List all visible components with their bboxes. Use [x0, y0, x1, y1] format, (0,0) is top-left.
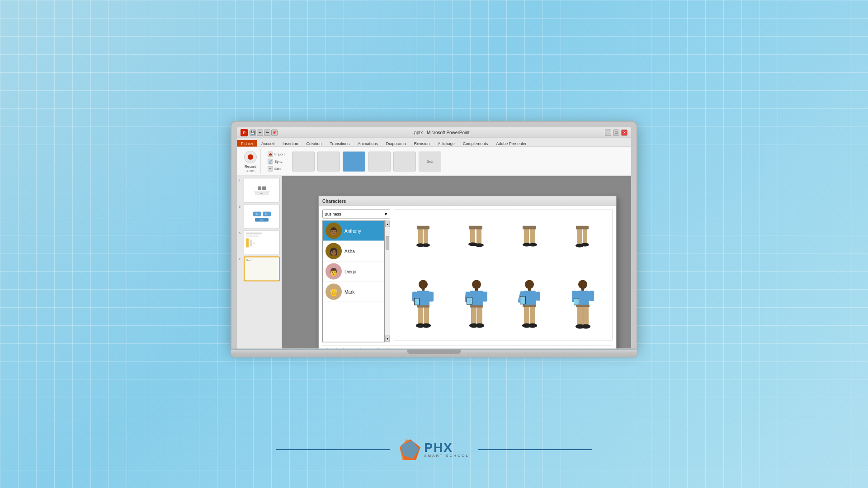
import-sync-edit-buttons: 📥 Import 🔄 Sync ✂ Edit: [266, 151, 286, 172]
char-pose-7[interactable]: [504, 276, 556, 337]
edit-label: Edit: [274, 167, 281, 171]
ribbon-group-audio: Record Audio: [241, 149, 261, 174]
import-icon: 📥: [268, 151, 273, 157]
svg-rect-50: [520, 297, 525, 304]
ribbon-placeholder-4: [368, 151, 391, 171]
link-templates[interactable]: Download more : eLearning Templates: [326, 347, 609, 349]
save-btn[interactable]: 💾: [250, 129, 256, 136]
char-item-asha[interactable]: 👩🏾 Asha: [323, 241, 384, 262]
char-avatar-mark: 👴: [326, 284, 342, 300]
sync-button[interactable]: 🔄 Sync: [266, 158, 286, 164]
char-pose-preview: [394, 210, 613, 341]
slide-preview-7[interactable]: Slide 7: [244, 257, 280, 282]
tab-transitions[interactable]: Transitions: [326, 140, 354, 147]
scrollbar-track: [385, 227, 390, 336]
tab-revision[interactable]: Révision: [410, 140, 434, 147]
record-button[interactable]: Record: [244, 150, 257, 168]
tab-affichage[interactable]: Affichage: [434, 140, 458, 147]
char-item-mark[interactable]: 👴 Mark: [323, 282, 384, 302]
phx-diamond-icon: [399, 438, 421, 461]
char-list: 👨🏾 Anthony 👩🏾: [322, 221, 385, 343]
close-btn[interactable]: ✕: [621, 129, 627, 136]
tab-insertion[interactable]: Insertion: [278, 140, 302, 147]
tab-creation[interactable]: Création: [302, 140, 326, 147]
pose-5-svg: [409, 279, 438, 333]
slide-thumb-6[interactable]: 6 ◆: [239, 230, 280, 255]
svg-rect-11: [530, 228, 535, 244]
title-bar: P 💾 ↩ ↪ 📌 .pptx - Microsoft PowerPoint —…: [237, 127, 631, 138]
svg-rect-36: [482, 292, 487, 302]
mic-icon: [244, 150, 257, 163]
svg-rect-57: [581, 289, 584, 291]
minimize-btn[interactable]: —: [605, 129, 611, 136]
ribbon-other: Sett: [292, 151, 627, 171]
edit-icon: ✂: [268, 166, 273, 171]
svg-point-56: [578, 280, 587, 289]
char-pose-6[interactable]: [451, 276, 503, 337]
scrollbar-thumb[interactable]: [386, 236, 389, 250]
slide-preview-5[interactable]: Btn Btn Click: [244, 204, 280, 229]
category-dropdown[interactable]: Business ▼: [322, 210, 390, 219]
ppt-icon: P: [241, 129, 248, 136]
tab-diaporama[interactable]: Diaporama: [382, 140, 410, 147]
svg-rect-63: [577, 306, 583, 325]
char-list-scrollbar[interactable]: ▲ ▼: [385, 221, 390, 343]
svg-point-32: [472, 280, 481, 289]
svg-rect-64: [583, 306, 589, 325]
maximize-btn[interactable]: □: [613, 129, 619, 136]
char-list-panel: Business ▼: [322, 210, 390, 343]
phx-text: PHX SMART SCHOOL: [424, 441, 469, 458]
svg-point-31: [422, 324, 431, 328]
char-pose-1[interactable]: [398, 214, 449, 274]
char-pose-8[interactable]: [557, 276, 609, 337]
svg-point-67: [581, 324, 590, 329]
char-item-anthony[interactable]: 👨🏾 Anthony: [323, 221, 384, 241]
svg-rect-33: [475, 289, 478, 291]
tab-fichier[interactable]: Fichier: [237, 140, 257, 147]
char-name-asha: Asha: [344, 249, 355, 253]
pin-btn[interactable]: 📌: [271, 129, 278, 136]
char-pose-5[interactable]: [398, 276, 449, 337]
scrollbar-up-arrow[interactable]: ▲: [385, 221, 390, 227]
dropdown-arrow-icon: ▼: [384, 212, 388, 216]
powerpoint-window: P 💾 ↩ ↪ 📌 .pptx - Microsoft PowerPoint —…: [237, 127, 631, 349]
tab-animations[interactable]: Animations: [354, 140, 382, 147]
svg-point-19: [581, 243, 589, 247]
svg-rect-7: [469, 226, 482, 230]
char-item-diego[interactable]: 👨 Diego: [323, 262, 384, 282]
svg-rect-41: [470, 305, 483, 308]
slide-num-4: 4: [239, 178, 242, 182]
sync-label: Sync: [274, 160, 283, 164]
laptop-screen: P 💾 ↩ ↪ 📌 .pptx - Microsoft PowerPoint —…: [237, 127, 631, 349]
dialog-title: Characters: [322, 198, 346, 203]
char-avatar-asha: 👩🏾: [326, 243, 342, 259]
main-area: 4 text: [237, 176, 631, 349]
scrollbar-down-arrow[interactable]: ▼: [385, 336, 390, 342]
svg-point-44: [525, 280, 534, 289]
ribbon-group-import: 📥 Import 🔄 Sync ✂ Edit: [263, 149, 290, 174]
slide-preview-6[interactable]: ◆: [244, 230, 280, 255]
ribbon-placeholder-1: [292, 151, 315, 171]
tab-complements[interactable]: Compléments: [459, 140, 492, 147]
slide-num-6: 6: [239, 230, 242, 235]
char-name-mark: Mark: [344, 289, 354, 294]
slide-thumb-7[interactable]: 7 Slide 7: [239, 257, 280, 282]
char-pose-2[interactable]: [451, 214, 503, 274]
category-selected: Business: [325, 212, 341, 216]
slide-preview-4[interactable]: text: [244, 178, 280, 203]
record-label: Record: [245, 164, 256, 168]
slide-thumb-5[interactable]: 5 Btn Btn Click: [239, 204, 280, 229]
undo-btn[interactable]: ↩: [257, 129, 263, 136]
svg-rect-51: [524, 306, 529, 324]
tab-accueil[interactable]: Accueil: [257, 140, 278, 147]
tab-adobe[interactable]: Adobe Presenter: [492, 140, 531, 147]
char-pose-3[interactable]: [504, 214, 556, 274]
redo-btn[interactable]: ↪: [264, 129, 270, 136]
svg-rect-28: [424, 306, 429, 324]
slide-thumb-4[interactable]: 4 text: [239, 178, 280, 203]
import-button[interactable]: 📥 Import: [266, 151, 286, 157]
char-pose-4[interactable]: [557, 214, 609, 274]
svg-rect-45: [528, 289, 531, 291]
char-list-wrapper: 👨🏾 Anthony 👩🏾: [322, 221, 390, 343]
edit-button[interactable]: ✂ Edit: [266, 165, 286, 172]
